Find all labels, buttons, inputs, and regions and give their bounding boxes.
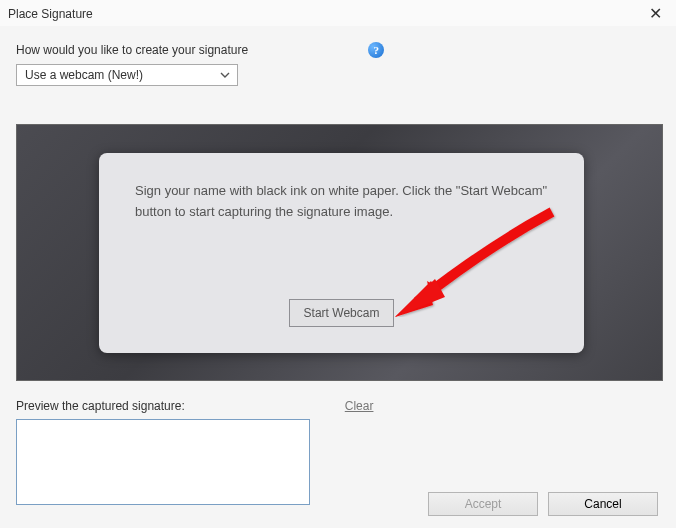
signature-preview-box xyxy=(16,419,310,505)
close-icon[interactable]: ✕ xyxy=(643,4,668,24)
instruction-text: Sign your name with black ink on white p… xyxy=(135,181,548,223)
titlebar: Place Signature ✕ xyxy=(0,0,676,26)
help-icon[interactable]: ? xyxy=(368,42,384,58)
dialog-content: How would you like to create your signat… xyxy=(0,26,676,513)
prompt-row: How would you like to create your signat… xyxy=(16,42,660,58)
prompt-label: How would you like to create your signat… xyxy=(16,43,248,57)
preview-label: Preview the captured signature: xyxy=(16,399,185,413)
window-title: Place Signature xyxy=(8,7,93,21)
instruction-panel: Sign your name with black ink on white p… xyxy=(99,153,584,353)
preview-row: Preview the captured signature: Clear xyxy=(16,399,660,413)
dropdown-selected-value: Use a webcam (New!) xyxy=(25,68,143,82)
start-button-row: Start Webcam xyxy=(135,299,548,327)
footer-buttons: Accept Cancel xyxy=(428,492,658,516)
signature-method-dropdown[interactable]: Use a webcam (New!) xyxy=(16,64,238,86)
accept-button[interactable]: Accept xyxy=(428,492,538,516)
clear-link[interactable]: Clear xyxy=(345,399,374,413)
webcam-capture-area: Sign your name with black ink on white p… xyxy=(16,124,663,381)
start-webcam-button[interactable]: Start Webcam xyxy=(289,299,395,327)
cancel-button[interactable]: Cancel xyxy=(548,492,658,516)
chevron-down-icon xyxy=(217,67,233,83)
